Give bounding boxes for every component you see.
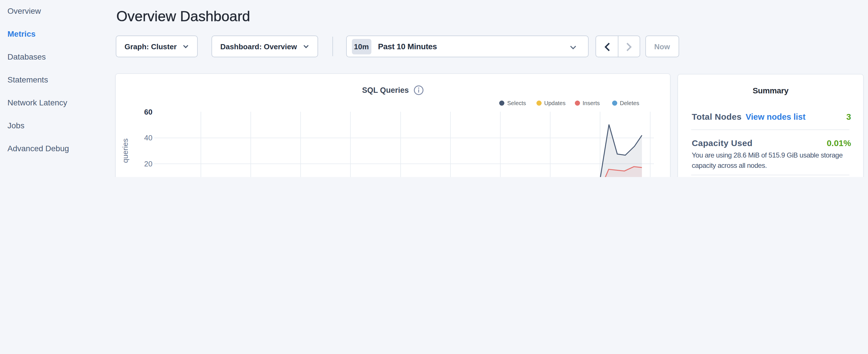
- svg-text:20: 20: [144, 160, 152, 168]
- svg-text:queries: queries: [121, 138, 129, 163]
- svg-text:40: 40: [144, 133, 152, 142]
- svg-text:60: 60: [144, 108, 152, 116]
